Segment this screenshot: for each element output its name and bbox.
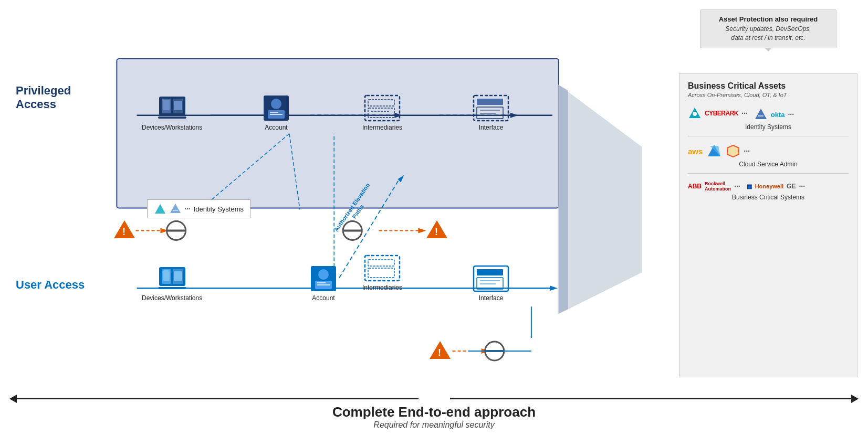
arrow-left-head: [9, 395, 17, 403]
bca-title: Business Critical Assets: [688, 81, 849, 91]
bca-sub: Across On-Premises, Cloud, OT, & IoT: [688, 92, 849, 98]
user-interface-label: Interface: [479, 294, 504, 302]
sailpoint-logo: [754, 108, 768, 121]
identity-dots: ···: [184, 205, 191, 213]
bca-bizcritsys-section: ABB RockwellAutomation ··· ▦ Honeywell G…: [688, 181, 849, 201]
privileged-access-label: Privileged Access: [16, 84, 105, 112]
gcp-logo: [726, 144, 740, 158]
identity-tooltip: ··· Identity Systems: [147, 199, 250, 218]
priv-intermediaries-icon: [364, 94, 401, 122]
rockwell-logo: RockwellAutomation: [705, 181, 731, 192]
bottom-section: Complete End-to-end approach Required fo…: [0, 404, 868, 430]
svg-line-12: [289, 134, 300, 210]
bca-bizcritsys-label: Business Critical Systems: [688, 194, 849, 201]
bca-identity-section: CYBERARK ··· okta ··· Identity Systems: [688, 105, 849, 136]
callout-subtitle: Security updates, DevSecOps,data at rest…: [709, 25, 828, 43]
svg-rect-63: [368, 268, 394, 278]
user-interface-icon: [473, 265, 509, 292]
priv-intermediaries-label: Intermediaries: [362, 124, 402, 131]
svg-rect-55: [158, 287, 186, 289]
warning-icon-b: !: [428, 340, 452, 360]
svg-rect-34: [163, 100, 170, 110]
user-account-icon: [310, 265, 337, 292]
svg-rect-46: [477, 99, 503, 105]
user-account-label: Account: [312, 294, 334, 302]
user-devices-label: Devices/Workstations: [142, 294, 202, 302]
priv-interface-node: Interface: [473, 94, 509, 131]
svg-rect-42: [368, 100, 394, 106]
user-account-node: Account: [310, 265, 337, 302]
abb-logo: ABB: [688, 183, 702, 190]
identity-systems-tooltip-label: Identity Systems: [194, 205, 244, 213]
cyberark-logo: CYBERARK: [705, 110, 738, 117]
identity-icon2: [170, 203, 181, 215]
priv-intermediaries-node: Intermediaries: [362, 94, 402, 131]
priv-devices-node: Devices/Workstations: [142, 94, 202, 131]
cloud-more-dots: ···: [744, 147, 750, 155]
bca-identity-label: Identity Systems: [688, 123, 849, 131]
svg-text:!: !: [122, 227, 126, 237]
callout-title: Asset Protection also required: [709, 15, 828, 23]
svg-rect-0: [117, 59, 559, 208]
identity-more-dots: ···: [741, 109, 748, 118]
svg-marker-69: [155, 204, 165, 214]
bca-cloud-logos: aws ···: [688, 144, 849, 158]
bca-cloud-label: Cloud Service Admin: [688, 161, 849, 168]
svg-text:!: !: [435, 227, 438, 237]
end-to-end-subtitle: Required for meaningful security: [0, 420, 868, 430]
warning-triangle-top-right: !: [425, 219, 448, 241]
aws-logo: aws: [688, 147, 703, 156]
svg-line-11: [200, 134, 289, 210]
bca-bizcritsys-logos: ABB RockwellAutomation ··· ▦ Honeywell G…: [688, 181, 849, 192]
svg-rect-43: [368, 108, 394, 118]
end-to-end-title: Complete End-to-end approach: [0, 404, 868, 420]
priv-devices-label: Devices/Workstations: [142, 124, 202, 131]
azure-logo: [706, 144, 723, 158]
bca-identity-logos: CYBERARK ··· okta ···: [688, 105, 849, 121]
okta-logo: okta: [771, 111, 785, 119]
svg-marker-10: [559, 85, 568, 313]
svg-marker-20: [482, 348, 489, 354]
svg-marker-14: [398, 175, 404, 183]
authorized-elevation-label: Authorized Elevation Paths: [331, 179, 379, 240]
arrow-right-head: [851, 395, 859, 403]
generic-logo1: ▦: [747, 183, 752, 190]
bottom-arrow-left: [11, 398, 419, 399]
identity-more-dots2: ···: [788, 110, 794, 119]
warning-triangle-bottom: !: [428, 340, 452, 362]
user-devices-icon: [157, 265, 187, 292]
main-diagram: Privileged Access User Access Devices/Wo…: [11, 52, 857, 377]
bizcritsys-more-dots2: ···: [799, 182, 805, 190]
svg-marker-80: [755, 109, 767, 119]
warning-icon-tr: !: [425, 219, 448, 239]
bizcritsys-more-dots: ···: [734, 182, 740, 190]
user-devices-node: Devices/Workstations: [142, 265, 202, 302]
warning-icon-tl: !: [113, 219, 136, 239]
svg-rect-35: [158, 116, 186, 119]
svg-point-79: [693, 112, 697, 116]
svg-marker-16: [161, 228, 169, 233]
priv-interface-icon: [473, 94, 509, 122]
user-interface-node: Interface: [473, 265, 509, 302]
svg-rect-47: [477, 107, 503, 119]
svg-rect-65: [477, 269, 503, 275]
svg-marker-8: [550, 285, 558, 291]
svg-text:!: !: [438, 347, 441, 358]
bottom-arrow-right: [450, 398, 858, 399]
user-intermediaries-label: Intermediaries: [362, 284, 402, 291]
svg-rect-53: [174, 271, 182, 281]
svg-point-25: [485, 342, 504, 360]
bca-cloud-section: aws ··· Cloud Service Admin: [688, 144, 849, 174]
priv-account-label: Account: [265, 124, 287, 131]
svg-point-21: [167, 221, 186, 240]
authorized-elevation-text: Authorized Elevation Paths: [333, 182, 371, 233]
svg-marker-9: [558, 84, 642, 314]
svg-marker-70: [170, 204, 181, 213]
ping-logo: [688, 107, 702, 120]
priv-account-icon: [263, 94, 290, 122]
svg-rect-33: [174, 101, 182, 110]
priv-interface-label: Interface: [479, 124, 504, 131]
user-intermediaries-icon: [364, 254, 401, 282]
ge-logo: GE: [787, 183, 796, 190]
svg-point-37: [271, 99, 281, 109]
